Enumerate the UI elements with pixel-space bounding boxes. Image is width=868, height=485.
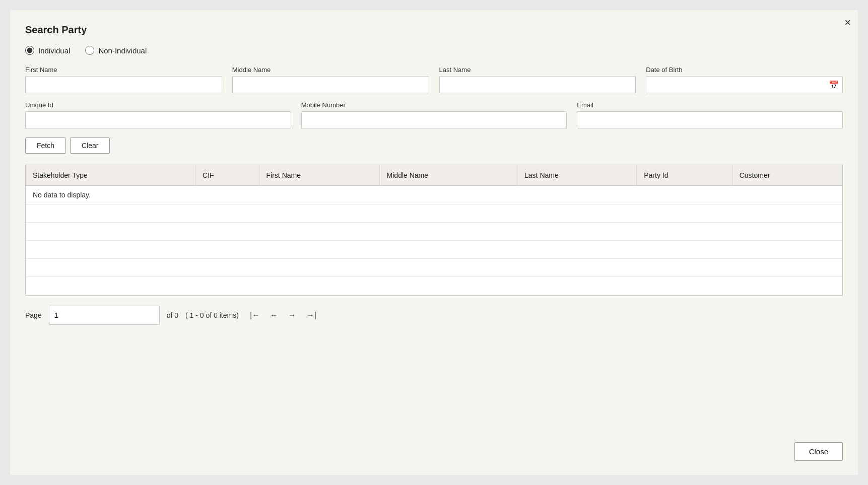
page-label: Page — [25, 311, 42, 319]
prev-page-button[interactable]: ← — [266, 309, 282, 322]
non-individual-radio-label[interactable]: Non-Individual — [85, 46, 147, 55]
email-input[interactable] — [577, 111, 843, 128]
first-name-group: First Name — [25, 66, 222, 93]
empty-row-1 — [26, 204, 842, 223]
fetch-button[interactable]: Fetch — [25, 137, 66, 154]
col-first-name: First Name — [259, 165, 379, 186]
modal-overlay: × Search Party Individual Non-Individual… — [0, 0, 868, 485]
next-page-button[interactable]: → — [284, 309, 300, 322]
email-label: Email — [577, 101, 843, 109]
modal-title: Search Party — [25, 24, 843, 36]
empty-row-3 — [26, 241, 842, 259]
dob-group: Date of Birth 📅 — [646, 66, 843, 93]
mobile-group: Mobile Number — [301, 101, 567, 128]
empty-row-4 — [26, 259, 842, 277]
pagination-controls: |← ← → →| — [246, 309, 320, 322]
no-data-row: No data to display. — [26, 186, 842, 204]
col-last-name: Last Name — [517, 165, 637, 186]
last-page-button[interactable]: →| — [302, 309, 320, 322]
form-top-row: First Name Middle Name Last Name Date of… — [25, 66, 843, 93]
col-middle-name: Middle Name — [379, 165, 517, 186]
col-party-id: Party Id — [637, 165, 732, 186]
of-label: of 0 — [167, 311, 178, 319]
modal-close-x-button[interactable]: × — [844, 17, 851, 28]
non-individual-radio-text: Non-Individual — [98, 46, 147, 55]
individual-radio-label[interactable]: Individual — [25, 46, 70, 55]
dob-input-wrapper: 📅 — [646, 76, 843, 93]
dob-input[interactable] — [646, 76, 843, 93]
non-individual-radio[interactable] — [85, 46, 94, 55]
individual-radio[interactable] — [25, 46, 34, 55]
empty-row-5 — [26, 277, 842, 295]
pagination-row: Page of 0 ( 1 - 0 of 0 items) |← ← → →| — [25, 306, 843, 325]
no-data-cell: No data to display. — [26, 186, 842, 204]
unique-id-group: Unique Id — [25, 101, 291, 128]
col-customer: Customer — [732, 165, 842, 186]
close-button[interactable]: Close — [794, 442, 843, 461]
items-label: ( 1 - 0 of 0 items) — [185, 311, 239, 319]
unique-id-label: Unique Id — [25, 101, 291, 109]
col-stakeholder-type: Stakeholder Type — [26, 165, 195, 186]
page-input[interactable] — [49, 306, 160, 325]
last-name-label: Last Name — [439, 66, 636, 74]
last-name-input[interactable] — [439, 76, 636, 93]
modal-footer: Close — [794, 442, 843, 461]
clear-button[interactable]: Clear — [70, 137, 110, 154]
empty-row-2 — [26, 223, 842, 241]
unique-id-input[interactable] — [25, 111, 291, 128]
email-group: Email — [577, 101, 843, 128]
mobile-label: Mobile Number — [301, 101, 567, 109]
individual-radio-text: Individual — [38, 46, 70, 55]
first-name-label: First Name — [25, 66, 222, 74]
last-name-group: Last Name — [439, 66, 636, 93]
middle-name-label: Middle Name — [232, 66, 429, 74]
middle-name-input[interactable] — [232, 76, 429, 93]
col-cif: CIF — [195, 165, 259, 186]
table-header-row: Stakeholder Type CIF First Name Middle N… — [26, 165, 842, 186]
middle-name-group: Middle Name — [232, 66, 429, 93]
first-name-input[interactable] — [25, 76, 222, 93]
first-page-button[interactable]: |← — [246, 309, 264, 322]
dob-label: Date of Birth — [646, 66, 843, 74]
action-buttons-row: Fetch Clear — [25, 137, 843, 154]
results-table: Stakeholder Type CIF First Name Middle N… — [26, 165, 842, 295]
modal-container: × Search Party Individual Non-Individual… — [10, 10, 858, 475]
form-bottom-row: Unique Id Mobile Number Email — [25, 101, 843, 128]
mobile-input[interactable] — [301, 111, 567, 128]
results-table-wrapper: Stakeholder Type CIF First Name Middle N… — [25, 165, 843, 296]
party-type-radio-group: Individual Non-Individual — [25, 46, 843, 55]
